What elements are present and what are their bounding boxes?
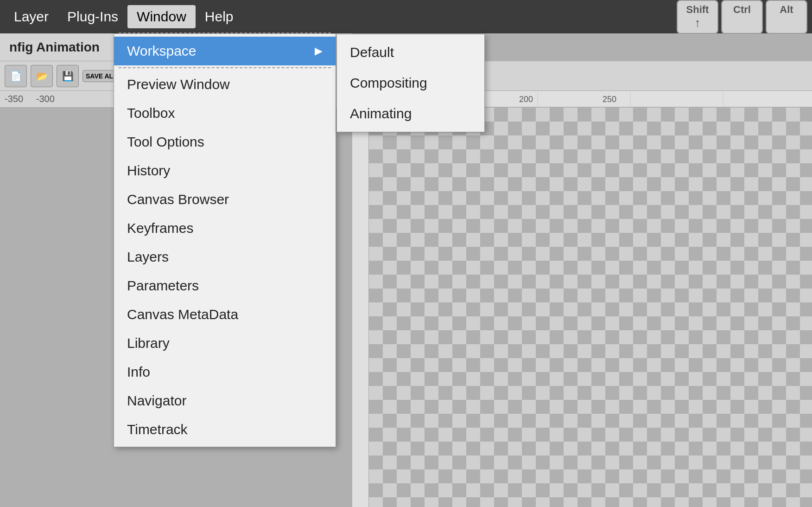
- menu-item-timetrack[interactable]: Timetrack: [114, 415, 336, 444]
- workspace-submenu: Default Compositing Animating: [336, 34, 485, 132]
- menu-item-workspace[interactable]: Workspace ▶: [114, 37, 336, 65]
- window-menu-dropdown: Workspace ▶ Preview Window Toolbox Tool …: [114, 33, 336, 447]
- menu-item-canvas-browser[interactable]: Canvas Browser: [114, 185, 336, 214]
- menu-item-canvas-metadata[interactable]: Canvas MetaData: [114, 300, 336, 329]
- menu-item-history[interactable]: History: [114, 156, 336, 185]
- menu-item-toolbox[interactable]: Toolbox: [114, 99, 336, 128]
- menu-separator: [119, 67, 331, 68]
- submenu-item-compositing[interactable]: Compositing: [337, 68, 484, 98]
- menu-item-keyframes[interactable]: Keyframes: [114, 214, 336, 243]
- submenu-item-default[interactable]: Default: [337, 37, 484, 68]
- menu-item-info[interactable]: Info: [114, 358, 336, 386]
- dropdown-overlay[interactable]: Workspace ▶ Preview Window Toolbox Tool …: [0, 0, 812, 507]
- submenu-item-animating[interactable]: Animating: [337, 98, 484, 129]
- menu-item-navigator[interactable]: Navigator: [114, 386, 336, 415]
- menu-item-layers[interactable]: Layers: [114, 243, 336, 271]
- menu-item-library[interactable]: Library: [114, 329, 336, 358]
- menu-item-tool-options[interactable]: Tool Options: [114, 128, 336, 156]
- workspace-arrow-icon: ▶: [315, 45, 323, 57]
- menu-item-parameters[interactable]: Parameters: [114, 271, 336, 300]
- menu-item-preview-window[interactable]: Preview Window: [114, 70, 336, 99]
